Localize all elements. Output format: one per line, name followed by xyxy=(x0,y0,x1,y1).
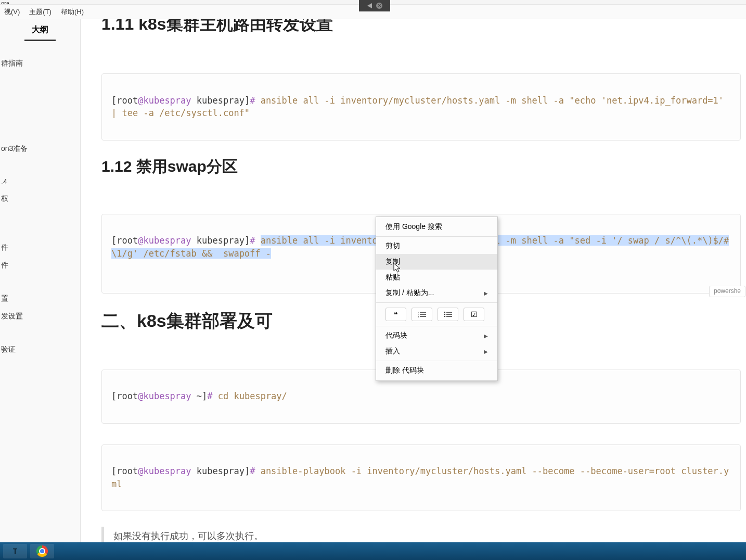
taskbar[interactable]: T xyxy=(0,542,746,560)
ctx-format-row: ❝ 123 ☑ xyxy=(376,304,497,324)
chevron-right-icon: ▶ xyxy=(484,349,488,354)
outline-item[interactable]: 发设置 xyxy=(0,308,80,325)
outline-item[interactable]: 权 xyxy=(0,190,80,208)
menu-theme[interactable]: 主题(T) xyxy=(26,6,55,18)
ctx-paste[interactable]: 粘贴 xyxy=(376,270,497,285)
menu-help[interactable]: 帮助(H) xyxy=(58,6,87,18)
outline-item[interactable]: on3准备 xyxy=(0,140,80,158)
code-language-badge[interactable]: powershe xyxy=(709,286,745,297)
ctx-paste-as[interactable]: 复制 / 粘贴为... ▶ xyxy=(376,285,497,301)
svg-point-6 xyxy=(444,312,445,313)
ctx-delete-codeblock[interactable]: 删除 代码块 xyxy=(376,363,497,378)
taskbar-typora-icon[interactable]: T xyxy=(3,544,27,558)
separator xyxy=(376,236,497,237)
ctx-google-search[interactable]: 使用 Google 搜索 xyxy=(376,219,497,235)
separator xyxy=(376,361,497,361)
menu-view[interactable]: 视(V) xyxy=(1,6,23,18)
dismiss-icon[interactable]: ✕ xyxy=(376,3,382,9)
ctx-copy[interactable]: 复制 xyxy=(376,254,497,270)
outline-item[interactable]: .4 xyxy=(0,173,80,190)
chevron-right-icon: ▶ xyxy=(484,333,488,339)
heading-111: 1.11 k8s集群主机路由转发设置 xyxy=(101,19,741,32)
outline-item[interactable]: 群指南 xyxy=(0,55,80,72)
ctx-quote-icon[interactable]: ❝ xyxy=(385,308,406,321)
outline-item[interactable]: 验证 xyxy=(0,341,80,359)
svg-point-7 xyxy=(444,314,445,315)
ctx-insert[interactable]: 插入 ▶ xyxy=(376,343,497,359)
heading-112: 1.12 禁用swap分区 xyxy=(101,156,741,177)
chevron-right-icon: ▶ xyxy=(484,290,488,296)
context-menu: 使用 Google 搜索 剪切 复制 粘贴 复制 / 粘贴为... ▶ ❝ 12… xyxy=(376,217,498,381)
sidebar-tab-outline[interactable]: 大纲 xyxy=(24,19,56,41)
ctx-unordered-list-icon[interactable] xyxy=(438,308,458,321)
ctx-codeblock[interactable]: 代码块 ▶ xyxy=(376,328,497,343)
ctx-checklist-icon[interactable]: ☑ xyxy=(464,308,484,321)
outline-item[interactable]: 置 xyxy=(0,290,80,308)
code-block-4[interactable]: [root@kubespray kubespray]# ansible-play… xyxy=(101,444,741,512)
separator xyxy=(376,326,497,326)
ctx-ordered-list-icon[interactable]: 123 xyxy=(411,308,432,321)
ctx-cut[interactable]: 剪切 xyxy=(376,238,497,254)
outline-item[interactable]: 件 xyxy=(0,257,80,274)
svg-point-8 xyxy=(444,316,445,317)
separator xyxy=(376,302,497,303)
outline-item[interactable]: 件 xyxy=(0,239,80,257)
code-block-1[interactable]: [root@kubespray kubespray]# ansible all … xyxy=(101,73,741,141)
play-prev-icon xyxy=(367,3,372,8)
notification-pill[interactable]: ✕ xyxy=(359,0,390,11)
svg-text:3: 3 xyxy=(418,315,419,317)
sidebar: 大纲 群指南 on3准备 .4 权 件 件 置 发设置 验证 xyxy=(0,19,81,542)
taskbar-chrome-icon[interactable] xyxy=(30,544,54,558)
blockquote-note: 如果没有执行成功，可以多次执行。 xyxy=(101,527,741,542)
